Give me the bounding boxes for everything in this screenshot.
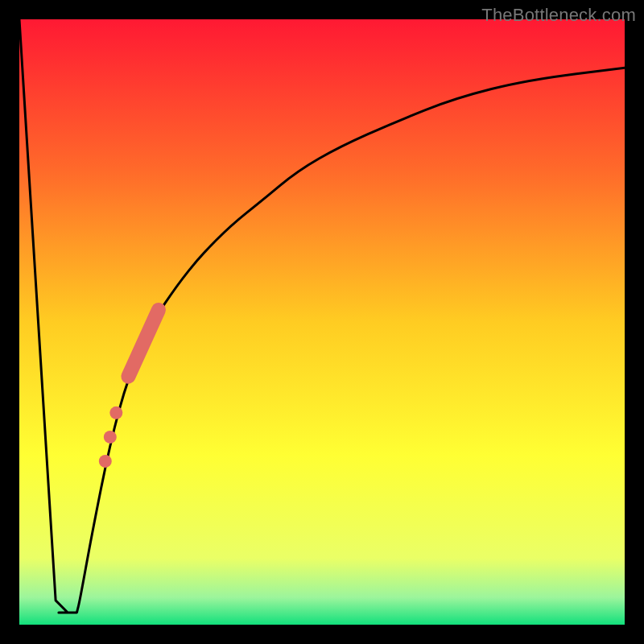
watermark-text: TheBottleneck.com [481, 5, 636, 26]
highlight-dot-1 [104, 431, 117, 444]
highlight-dot-2 [99, 455, 112, 468]
highlight-dot-0 [109, 407, 122, 419]
plot-background [19, 19, 625, 625]
chart-svg [0, 0, 644, 644]
chart-root: TheBottleneck.com [0, 0, 644, 644]
